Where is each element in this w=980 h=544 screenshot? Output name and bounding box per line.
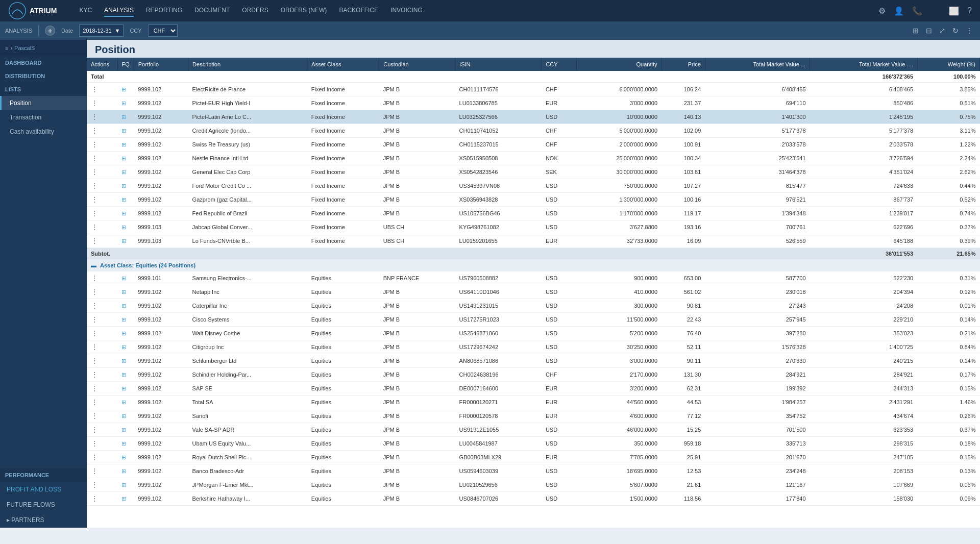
row-fq[interactable]: ⊞ — [117, 340, 134, 354]
row-menu-icon[interactable]: ⋮ — [91, 453, 99, 461]
fq-icon[interactable]: ⊞ — [121, 275, 126, 281]
row-fq[interactable]: ⊞ — [117, 83, 134, 96]
sidebar-item-cash-availability[interactable]: Cash availability — [0, 125, 87, 139]
row-menu-icon[interactable]: ⋮ — [91, 113, 99, 121]
nav-invoicing[interactable]: INVOICING — [390, 5, 423, 17]
row-menu-icon[interactable]: ⋮ — [91, 329, 99, 337]
row-actions[interactable]: ⋮ — [87, 437, 117, 451]
row-fq[interactable]: ⊞ — [117, 423, 134, 437]
grid-view-icon[interactable]: ⊞ — [911, 26, 921, 36]
row-fq[interactable]: ⊞ — [117, 354, 134, 368]
window-icon[interactable]: ⬜ — [949, 6, 959, 16]
table-row[interactable]: ⋮ ⊞ 9999.102 Vale SA-SP ADR Equities JPM… — [87, 423, 980, 437]
row-fq[interactable]: ⊞ — [117, 285, 134, 299]
fq-icon[interactable]: ⊞ — [121, 224, 126, 230]
expand-icon[interactable]: ⤢ — [937, 26, 947, 36]
equities-group-header[interactable]: ▬ Asset Class: Equities (24 Positions) — [87, 260, 980, 271]
col-description[interactable]: Description — [188, 58, 307, 71]
col-custodian[interactable]: Custodian — [379, 58, 455, 71]
fq-icon[interactable]: ⊞ — [121, 238, 126, 244]
col-portfolio[interactable]: Portfolio — [134, 58, 188, 71]
row-menu-icon[interactable]: ⋮ — [91, 168, 99, 176]
row-fq[interactable]: ⊞ — [117, 207, 134, 220]
row-actions[interactable]: ⋮ — [87, 138, 117, 152]
sidebar-item-future-flows[interactable]: FUTURE FLOWS — [0, 497, 87, 512]
row-actions[interactable]: ⋮ — [87, 83, 117, 96]
row-fq[interactable]: ⊞ — [117, 152, 134, 165]
row-menu-icon[interactable]: ⋮ — [91, 288, 99, 296]
fq-icon[interactable]: ⊞ — [121, 100, 126, 106]
row-fq[interactable]: ⊞ — [117, 409, 134, 423]
row-menu-icon[interactable]: ⋮ — [91, 140, 99, 149]
fq-icon[interactable]: ⊞ — [121, 440, 126, 447]
row-actions[interactable]: ⋮ — [87, 179, 117, 193]
sidebar-item-partners[interactable]: ▸ PARTNERS — [0, 512, 87, 528]
table-row[interactable]: ⋮ ⊞ 9999.101 Samsung Electronics-... Equ… — [87, 271, 980, 285]
row-actions[interactable]: ⋮ — [87, 368, 117, 382]
user-icon[interactable]: 👤 — [894, 6, 904, 16]
col-weight[interactable]: Weight (%) — [917, 58, 979, 71]
row-actions[interactable]: ⋮ — [87, 423, 117, 437]
fq-icon[interactable]: ⊞ — [121, 303, 126, 309]
row-menu-icon[interactable]: ⋮ — [91, 481, 99, 489]
date-picker[interactable]: 2018-12-31 ▼ — [79, 24, 124, 37]
sidebar-item-distribution[interactable]: DISTRIBUTION — [0, 69, 87, 83]
row-menu-icon[interactable]: ⋮ — [91, 426, 99, 434]
row-fq[interactable]: ⊞ — [117, 271, 134, 285]
fq-icon[interactable]: ⊞ — [121, 210, 126, 216]
table-row[interactable]: ⋮ ⊞ 9999.102 Ford Motor Credit Co ... Fi… — [87, 179, 980, 193]
row-fq[interactable]: ⊞ — [117, 138, 134, 152]
table-row[interactable]: ⋮ ⊞ 9999.102 General Elec Cap Corp Fixed… — [87, 165, 980, 179]
fq-icon[interactable]: ⊞ — [121, 496, 126, 502]
row-actions[interactable]: ⋮ — [87, 124, 117, 138]
table-row[interactable]: ⋮ ⊞ 9999.103 Lo Funds-CNVrtble B... Fixe… — [87, 234, 980, 248]
row-fq[interactable]: ⊞ — [117, 464, 134, 478]
nav-document[interactable]: DOCUMENT — [194, 5, 230, 17]
row-actions[interactable]: ⋮ — [87, 395, 117, 409]
equities-group-label[interactable]: ▬ Asset Class: Equities (24 Positions) — [87, 260, 980, 271]
row-fq[interactable]: ⊞ — [117, 395, 134, 409]
phone-icon[interactable]: 📞 — [912, 6, 922, 16]
row-fq[interactable]: ⊞ — [117, 368, 134, 382]
col-ccy[interactable]: CCY — [542, 58, 577, 71]
fq-icon[interactable]: ⊞ — [121, 482, 126, 488]
row-actions[interactable]: ⋮ — [87, 382, 117, 395]
calendar-icon[interactable]: ▼ — [115, 28, 120, 34]
table-row[interactable]: ⋮ ⊞ 9999.102 Pictet-EUR High Yield-I Fix… — [87, 96, 980, 110]
col-price[interactable]: Price — [662, 58, 705, 71]
add-button[interactable]: + — [45, 26, 55, 36]
table-row[interactable]: ⋮ ⊞ 9999.102 Swiss Re Treasury (us) Fixe… — [87, 138, 980, 152]
table-row[interactable]: ⋮ ⊞ 9999.102 Royal Dutch Shell Plc-... E… — [87, 451, 980, 464]
row-actions[interactable]: ⋮ — [87, 464, 117, 478]
row-fq[interactable]: ⊞ — [117, 313, 134, 327]
col-asset-class[interactable]: Asset Class — [307, 58, 379, 71]
refresh-icon[interactable]: ↻ — [950, 26, 961, 36]
col-tmv2[interactable]: Total Market Value .... — [810, 58, 918, 71]
row-fq[interactable]: ⊞ — [117, 96, 134, 110]
row-actions[interactable]: ⋮ — [87, 152, 117, 165]
fq-icon[interactable]: ⊞ — [121, 114, 126, 120]
row-menu-icon[interactable]: ⋮ — [91, 384, 99, 392]
sidebar-item-dashboard[interactable]: DASHBOARD — [0, 56, 87, 69]
row-fq[interactable]: ⊞ — [117, 110, 134, 124]
row-actions[interactable]: ⋮ — [87, 299, 117, 313]
table-row[interactable]: ⋮ ⊞ 9999.102 Cisco Systems Equities JPM … — [87, 313, 980, 327]
nav-backoffice[interactable]: BACKOFFICE — [339, 5, 378, 17]
table-row[interactable]: ⋮ ⊞ 9999.102 JPMorgan F-Emer Mkt... Equi… — [87, 478, 980, 492]
row-fq[interactable]: ⊞ — [117, 124, 134, 138]
row-actions[interactable]: ⋮ — [87, 409, 117, 423]
fq-icon[interactable]: ⊞ — [121, 358, 126, 364]
fq-icon[interactable]: ⊞ — [121, 316, 126, 323]
row-menu-icon[interactable]: ⋮ — [91, 154, 99, 162]
help-icon[interactable]: ? — [967, 6, 972, 15]
fq-icon[interactable]: ⊞ — [121, 372, 126, 378]
fq-icon[interactable]: ⊞ — [121, 344, 126, 350]
table-row[interactable]: ⋮ ⊞ 9999.102 Walt Disney Co/the Equities… — [87, 327, 980, 340]
row-menu-icon[interactable]: ⋮ — [91, 99, 99, 107]
ccy-select[interactable]: CHF EUR USD — [148, 24, 178, 37]
table-row[interactable]: ⋮ ⊞ 9999.102 Schindler Holding-Par... Eq… — [87, 368, 980, 382]
table-row[interactable]: ⋮ ⊞ 9999.102 Citigroup Inc Equities JPM … — [87, 340, 980, 354]
row-fq[interactable]: ⊞ — [117, 165, 134, 179]
fq-icon[interactable]: ⊞ — [121, 330, 126, 336]
row-fq[interactable]: ⊞ — [117, 179, 134, 193]
